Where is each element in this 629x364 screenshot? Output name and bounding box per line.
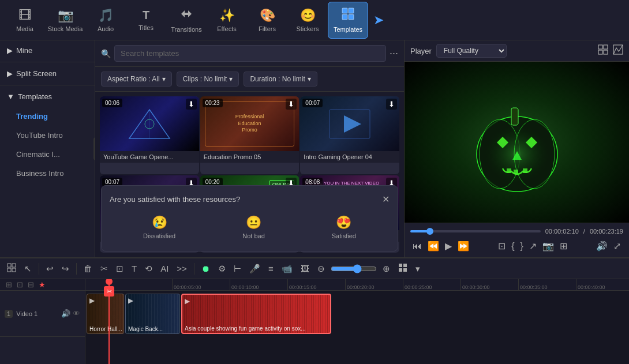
playhead[interactable]: ✂	[108, 279, 110, 364]
video-track-button[interactable]: 📹	[279, 262, 295, 275]
clip-0[interactable]: ▶ Horror Hall...	[87, 294, 124, 334]
svg-rect-2	[342, 14, 347, 20]
expand-button[interactable]: ⤢	[611, 239, 623, 253]
templates-icon	[342, 7, 354, 24]
template-card-1[interactable]: ProfessionalEducationPromo 00:23 ⬇ Educa…	[200, 96, 299, 174]
link-icon[interactable]: ⊡	[16, 279, 24, 290]
settings-button[interactable]: ⚙	[216, 262, 228, 275]
template-card-2[interactable]: 00:07 ⬇ Intro Gaming Opener 04	[300, 96, 399, 174]
group-icon[interactable]: ⊟	[27, 279, 35, 290]
satisfaction-popup: Are you satisfied with these resources? …	[101, 185, 398, 252]
snapshot-button[interactable]: 📷	[540, 239, 556, 253]
notbad-emoji: 😐	[246, 215, 261, 230]
svg-rect-35	[403, 268, 407, 272]
zoom-in-button[interactable]: ⊕	[380, 262, 392, 275]
zoom-out-button[interactable]: ⊖	[315, 262, 327, 275]
toolbar-item-audio[interactable]: 🎵 Audio	[85, 2, 126, 39]
clips-filter[interactable]: Clips : No limit ▾	[177, 72, 239, 87]
clip-play-icon-2: ▶	[185, 297, 190, 305]
crop-button[interactable]: ⊡	[496, 239, 508, 253]
quality-select[interactable]: Full Quality High Quality Medium Quality	[436, 44, 507, 58]
toolbar-item-templates[interactable]: Templates ➤	[328, 2, 368, 39]
zoom-slider[interactable]	[331, 264, 377, 273]
toolbar-item-stock-media[interactable]: 📷 Stock Media	[45, 2, 85, 39]
template-card-0[interactable]: 00:06 ⬇ YouTube Game Opene...	[100, 96, 199, 174]
comparison-icon[interactable]	[613, 44, 623, 57]
toolbar-item-media[interactable]: 🎞 Media	[5, 2, 45, 39]
snap-icon[interactable]: ⊞	[5, 279, 13, 290]
svg-point-27	[485, 125, 549, 183]
text-button[interactable]: T	[129, 262, 139, 275]
popup-option-dissatisfied[interactable]: 😢 Dissatisfied	[137, 212, 181, 243]
search-icon: 🔍	[101, 49, 111, 58]
in-point-button[interactable]: {	[509, 239, 516, 253]
frame-forward-button[interactable]: ⏩	[455, 239, 471, 253]
template-download-0[interactable]: ⬇	[186, 99, 197, 110]
out-point-button[interactable]: }	[518, 239, 526, 253]
svg-rect-33	[403, 264, 407, 267]
ruler-mark-6: 00:00:35:00	[518, 279, 576, 290]
play-button[interactable]: ▶	[443, 239, 454, 253]
chevron-right-icon: ▶	[7, 46, 13, 55]
export-frame-button[interactable]: ↗	[527, 239, 539, 253]
more-options-button[interactable]: ···	[390, 47, 398, 59]
fullscreen-button[interactable]: ⊞	[557, 239, 570, 253]
track-eye-icon[interactable]: 👁	[73, 309, 80, 318]
popup-close-button[interactable]: ✕	[382, 194, 390, 205]
sidebar-header-mine[interactable]: ▶ Mine	[0, 40, 95, 61]
toolbar-item-effects[interactable]: ✨ Effects	[207, 2, 247, 39]
transform-button[interactable]: ⟲	[143, 262, 155, 275]
timeline-grid-button[interactable]	[5, 262, 18, 275]
toolbar-item-stickers[interactable]: 😊 Stickers	[287, 2, 328, 39]
forward-button[interactable]: >>	[174, 262, 189, 275]
sidebar-item-business-intro[interactable]: Business Intro	[0, 164, 95, 183]
ruler-mark-1: 00:00:10:00	[230, 279, 287, 290]
transitions-icon	[180, 7, 193, 24]
audio-track-button[interactable]: ≡	[266, 262, 276, 275]
sidebar-header-templates[interactable]: ▼ Templates	[0, 87, 95, 107]
cut-button[interactable]: ✂	[98, 262, 110, 275]
ai-button[interactable]: AI	[158, 262, 171, 275]
popup-option-notbad[interactable]: 😐 Not bad	[237, 212, 271, 243]
crop-tl-button[interactable]: ⊡	[114, 262, 126, 275]
track-volume-icon[interactable]: 🔊	[61, 309, 70, 318]
clip-1[interactable]: ▶ Magic Back...	[125, 294, 180, 334]
sidebar-item-cinematic[interactable]: Cinematic I...	[0, 145, 95, 164]
toolbar-item-titles[interactable]: T Titles	[126, 2, 166, 39]
separator-3	[194, 263, 194, 275]
delete-button[interactable]: 🗑	[81, 262, 95, 275]
volume-button[interactable]: 🔊	[594, 239, 610, 253]
toolbar-item-filters[interactable]: 🎨 Filters	[247, 2, 287, 39]
split-button[interactable]: ⊢	[231, 262, 244, 275]
grid-view-icon[interactable]	[598, 44, 608, 57]
clip-2[interactable]: ▶ Asia couple showing fun game activity …	[181, 294, 331, 334]
progress-handle[interactable]	[426, 228, 433, 235]
template-download-2[interactable]: ⬇	[386, 99, 397, 110]
clips-label: Clips : No limit	[183, 75, 227, 83]
redo-button[interactable]: ↪	[59, 262, 72, 275]
more-tl-button[interactable]: ▾	[413, 262, 422, 275]
record-button[interactable]: ⏺	[199, 262, 212, 275]
templates-sidebar-label: Templates	[18, 92, 52, 101]
aspect-ratio-filter[interactable]: Aspect Ratio : All ▾	[101, 72, 172, 87]
sidebar-header-split-screen[interactable]: ▶ Split Screen	[0, 63, 95, 84]
duration-filter[interactable]: Duration : No limit ▾	[244, 72, 317, 87]
grid-view-tl-button[interactable]	[396, 262, 410, 275]
template-name-1: Education Promo 05	[200, 151, 299, 163]
rewind-button[interactable]: ⏮	[410, 239, 424, 253]
frame-back-button[interactable]: ⏪	[425, 239, 441, 253]
popup-option-satisfied[interactable]: 😍 Satisfied	[326, 212, 362, 243]
template-download-1[interactable]: ⬇	[286, 99, 297, 110]
sidebar-item-trending[interactable]: Trending	[0, 107, 95, 126]
ai-track-icon[interactable]: ★	[38, 279, 47, 290]
mic-button[interactable]: 🎤	[247, 262, 263, 275]
toolbar-item-transitions[interactable]: Transitions	[166, 2, 207, 39]
progress-bar[interactable]	[410, 230, 541, 232]
undo-button[interactable]: ↩	[44, 262, 56, 275]
sidebar-item-youtube-intro[interactable]: YouTube Intro	[0, 126, 95, 145]
search-input[interactable]	[114, 45, 386, 62]
image-button[interactable]: 🖼	[298, 262, 312, 275]
clip-label-1: Magic Back...	[128, 326, 163, 332]
timeline-cursor-button[interactable]: ↖	[22, 262, 34, 275]
clip-play-icon-1: ▶	[128, 297, 133, 305]
